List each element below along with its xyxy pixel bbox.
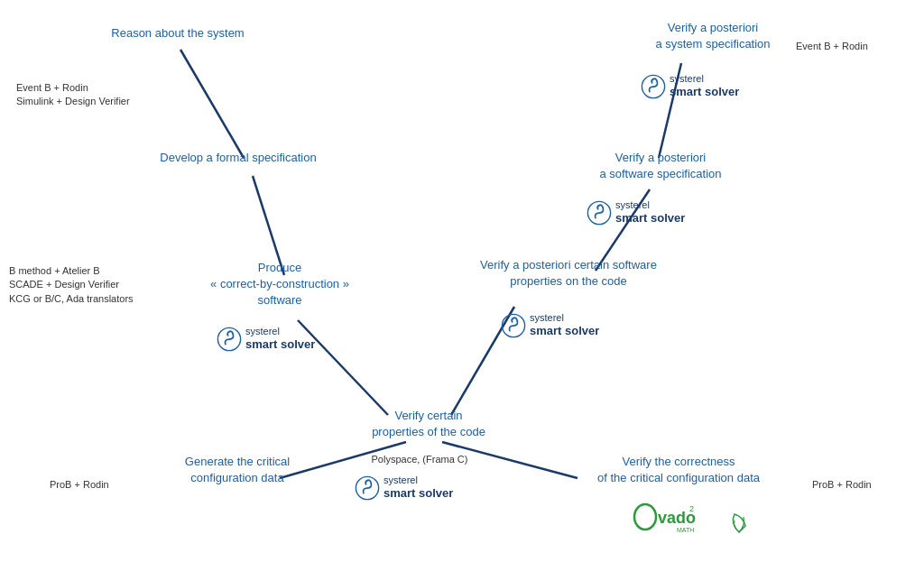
systerel-icon-verify-software — [587, 200, 612, 226]
svg-text:2: 2 — [689, 504, 694, 513]
produce-node: Produce« correct-by-construction »softwa… — [194, 260, 365, 309]
verify-certain-node: Verify certainproperties of the code — [338, 408, 519, 440]
verify-system-spec-label: Verify a posterioria system specificatio… — [655, 21, 770, 51]
systerel-verify-certain: systerel smart solver — [355, 474, 453, 502]
verify-system-spec-node: Verify a posterioria system specificatio… — [614, 20, 812, 52]
ovado-leaf-icon — [725, 510, 753, 537]
systerel-icon-verify-system — [641, 74, 666, 99]
ovado-logo: vado 2 MATH — [632, 501, 704, 537]
reason-tools-label: Event B + RodinSimulink + Design Verifie… — [16, 81, 161, 109]
develop-node: Develop a formal specification — [121, 150, 356, 166]
svg-text:MATH: MATH — [677, 527, 694, 533]
diagram-container: Reason about the system Event B + RodinS… — [0, 0, 924, 562]
systerel-verify-system: systerel smart solver — [641, 72, 739, 100]
systerel-verify-software: systerel smart solver — [587, 198, 685, 226]
reason-node: Reason about the system — [79, 25, 277, 41]
produce-tools-label: B method + Atelier BSCADE + Design Verif… — [9, 264, 176, 306]
verify-software-spec-label: Verify a posterioria software specificat… — [599, 151, 721, 180]
verify-software-spec-node: Verify a posterioria software specificat… — [561, 150, 760, 182]
svg-point-13 — [634, 504, 656, 530]
verify-correctness-label: Verify the correctnessof the critical co… — [597, 455, 760, 484]
systerel-icon-produce — [217, 327, 242, 352]
verify-software-props-node: Verify a posteriori certain softwareprop… — [460, 257, 677, 290]
prob-rodin-left-label: ProB + Rodin — [50, 478, 140, 492]
svg-line-0 — [180, 50, 244, 158]
systerel-icon-verify-props — [501, 313, 526, 338]
reason-label: Reason about the system — [111, 26, 244, 40]
prob-rodin-right-label: ProB + Rodin — [812, 478, 911, 492]
generate-label: Generate the criticalconfiguration data — [185, 455, 290, 484]
produce-label: Produce« correct-by-construction »softwa… — [210, 261, 349, 307]
verify-certain-label: Verify certainproperties of the code — [372, 409, 485, 438]
verify-correctness-node: Verify the correctnessof the critical co… — [552, 454, 805, 486]
ovado-logo-container: vado 2 MATH — [632, 501, 753, 540]
systerel-icon-verify-certain — [355, 475, 380, 501]
generate-node: Generate the criticalconfiguration data — [147, 454, 328, 486]
systerel-produce: systerel smart solver — [217, 325, 315, 353]
develop-label: Develop a formal specification — [160, 151, 316, 164]
verify-software-props-label: Verify a posteriori certain softwareprop… — [480, 258, 657, 288]
event-b-rodin-top-label: Event B + Rodin — [796, 40, 904, 53]
polyspace-label: Polyspace, (Frama C) — [338, 453, 501, 466]
systerel-verify-props: systerel smart solver — [501, 311, 599, 339]
